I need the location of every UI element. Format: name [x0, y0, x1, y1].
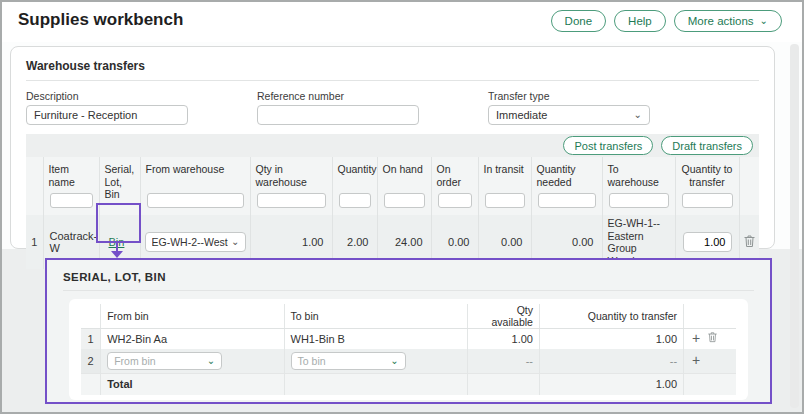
- bin-total-label: Total: [101, 374, 284, 395]
- to-bin-cell: WH1-Bin B: [284, 329, 467, 349]
- col-quantity: Quantity: [333, 163, 377, 176]
- delete-bin-row-button[interactable]: [705, 331, 720, 346]
- filter-qty-in-warehouse[interactable]: [257, 193, 326, 208]
- section-title: Warehouse transfers: [26, 57, 759, 80]
- filter-item-name[interactable]: [50, 193, 93, 208]
- bin-row-actions-header: [684, 304, 736, 329]
- bin-table-card: From bin To bin Qty available Quantity t…: [69, 299, 748, 400]
- plus-icon: +: [692, 352, 700, 368]
- col-item-name: Item name: [44, 163, 99, 188]
- row-number: 1: [26, 215, 43, 269]
- section-divider: [26, 80, 759, 81]
- panel-divider: [63, 290, 754, 291]
- col-bin-quantity-to-transfer: Quantity to transfer: [539, 304, 683, 329]
- col-quantity-needed: Quantity needed: [532, 163, 602, 188]
- filter-on-order[interactable]: [438, 193, 472, 208]
- from-bin-cell: WH2-Bin Aa: [101, 329, 284, 349]
- bin-row-actions-cell: +: [684, 329, 736, 349]
- bin-table-row: 1 WH2-Bin Aa WH1-Bin B 1.00 1.00 +: [81, 329, 736, 349]
- filter-on-hand[interactable]: [384, 193, 425, 208]
- col-from-warehouse: From warehouse: [141, 163, 250, 176]
- transfer-type-label: Transfer type: [488, 90, 650, 102]
- col-in-transit: In transit: [479, 163, 531, 176]
- done-button[interactable]: Done: [551, 10, 607, 32]
- chevron-down-icon: ⌄: [231, 237, 239, 247]
- bin-total-value: 1.00: [539, 374, 683, 395]
- plus-icon: +: [692, 330, 700, 346]
- bin-link[interactable]: Bin: [100, 236, 125, 248]
- chevron-down-icon: ⌄: [390, 356, 398, 366]
- filter-to-warehouse[interactable]: [609, 193, 669, 208]
- chevron-down-icon: ⌄: [760, 16, 768, 26]
- trash-icon: [707, 331, 718, 343]
- to-bin-cell: To bin ⌄: [284, 349, 467, 374]
- help-button[interactable]: Help: [614, 10, 666, 32]
- description-label: Description: [26, 90, 188, 102]
- transfers-table: Item name Serial, Lot, Bin From warehous…: [26, 157, 759, 269]
- filter-in-transit[interactable]: [485, 193, 525, 208]
- transfer-form: Description Reference number Transfer ty…: [26, 90, 759, 125]
- from-warehouse-select[interactable]: EG-WH-2--Western Gr ⌄: [145, 232, 246, 252]
- more-actions-button[interactable]: More actions ⌄: [674, 10, 782, 32]
- bin-row-number-header: [81, 304, 101, 329]
- vertical-scrollbar[interactable]: [790, 44, 799, 408]
- quantity-to-transfer-input[interactable]: [683, 232, 732, 252]
- col-from-bin: From bin: [101, 304, 284, 329]
- col-serial-lot-bin: Serial, Lot, Bin: [100, 163, 140, 201]
- reference-number-label: Reference number: [257, 90, 419, 102]
- transfer-type-value: Immediate: [496, 109, 547, 121]
- col-quantity-to-transfer: Quantity to transfer: [676, 163, 739, 188]
- add-bin-row-button[interactable]: +: [690, 331, 702, 346]
- qty-available-cell: --: [467, 349, 539, 374]
- to-bin-select[interactable]: To bin ⌄: [291, 352, 406, 370]
- row-actions-header: [739, 157, 759, 215]
- bin-table-header-row: From bin To bin Qty available Quantity t…: [81, 304, 736, 329]
- description-input[interactable]: [26, 105, 188, 125]
- transfer-type-select[interactable]: Immediate ⌄: [488, 105, 650, 125]
- from-bin-select[interactable]: From bin ⌄: [107, 352, 222, 370]
- filter-quantity-needed[interactable]: [538, 193, 596, 208]
- filter-quantity-to-transfer[interactable]: [682, 193, 733, 208]
- bin-table-row: 2 From bin ⌄ To bin ⌄: [81, 349, 736, 374]
- draft-transfers-button[interactable]: Draft transfers: [661, 136, 753, 155]
- bin-quantity-to-transfer-cell: 1.00: [539, 329, 683, 349]
- transfer-type-field: Transfer type Immediate ⌄: [488, 90, 650, 125]
- serial-lot-bin-title: SERIAL, LOT, BIN: [63, 271, 754, 290]
- from-bin-placeholder: From bin: [114, 355, 155, 367]
- trash-icon: [743, 234, 756, 248]
- supplies-workbench-screen: Supplies workbench Done Help More action…: [0, 0, 804, 414]
- titlebar: Supplies workbench Done Help More action…: [2, 2, 802, 42]
- bin-total-row: Total 1.00: [81, 374, 736, 395]
- reference-number-input[interactable]: [257, 105, 419, 125]
- row-number-header: [26, 157, 43, 215]
- filter-from-warehouse[interactable]: [147, 193, 244, 208]
- qty-available-cell: 1.00: [467, 329, 539, 349]
- col-to-bin: To bin: [284, 304, 467, 329]
- post-transfers-button[interactable]: Post transfers: [563, 136, 653, 155]
- serial-lot-bin-panel: SERIAL, LOT, BIN From bin To bin Qty ava…: [45, 258, 772, 404]
- bin-quantity-to-transfer-cell: --: [539, 349, 683, 374]
- bin-row-actions-cell: +: [684, 349, 736, 374]
- reference-number-field: Reference number: [257, 90, 419, 125]
- warehouse-transfers-card: Warehouse transfers Description Referenc…: [10, 46, 775, 249]
- filter-quantity[interactable]: [339, 193, 371, 208]
- bin-row-number: 2: [81, 349, 101, 374]
- col-qty-in-warehouse: Qty in warehouse: [251, 163, 332, 188]
- page-title: Supplies workbench: [18, 10, 183, 30]
- from-bin-cell: From bin ⌄: [101, 349, 284, 374]
- description-field: Description: [26, 90, 188, 125]
- bin-total-spacer: [81, 374, 101, 395]
- col-on-hand: On hand: [378, 163, 431, 176]
- transfers-table-header-row: Item name Serial, Lot, Bin From warehous…: [26, 157, 759, 215]
- add-bin-row-button[interactable]: +: [690, 353, 702, 368]
- bin-connector-arrowhead: [111, 251, 123, 258]
- titlebar-actions: Done Help More actions ⌄: [551, 10, 782, 32]
- chevron-down-icon: ⌄: [634, 110, 642, 120]
- col-to-warehouse: To warehouse: [603, 163, 675, 188]
- table-toolbar: Post transfers Draft transfers: [26, 134, 759, 157]
- col-on-order: On order: [432, 163, 478, 188]
- bin-row-number: 1: [81, 329, 101, 349]
- from-warehouse-value: EG-WH-2--Western Gr: [152, 236, 229, 248]
- delete-row-button[interactable]: [741, 234, 758, 251]
- more-actions-label: More actions: [688, 15, 754, 27]
